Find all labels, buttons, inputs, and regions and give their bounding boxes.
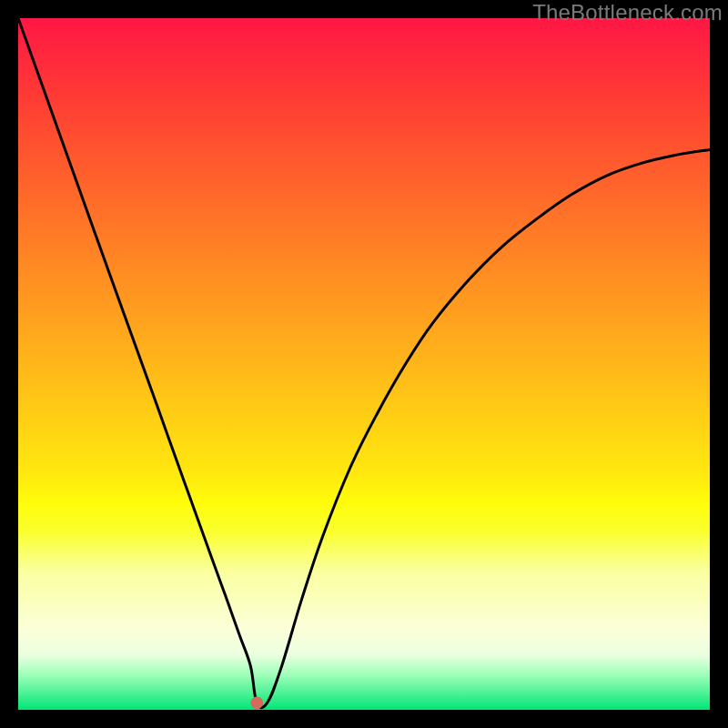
bottleneck-chart xyxy=(18,18,710,710)
chart-plot-area xyxy=(18,18,710,710)
bottleneck-curve-line xyxy=(18,18,710,708)
optimum-marker xyxy=(250,697,263,710)
watermark-text: TheBottleneck.com xyxy=(532,0,723,25)
